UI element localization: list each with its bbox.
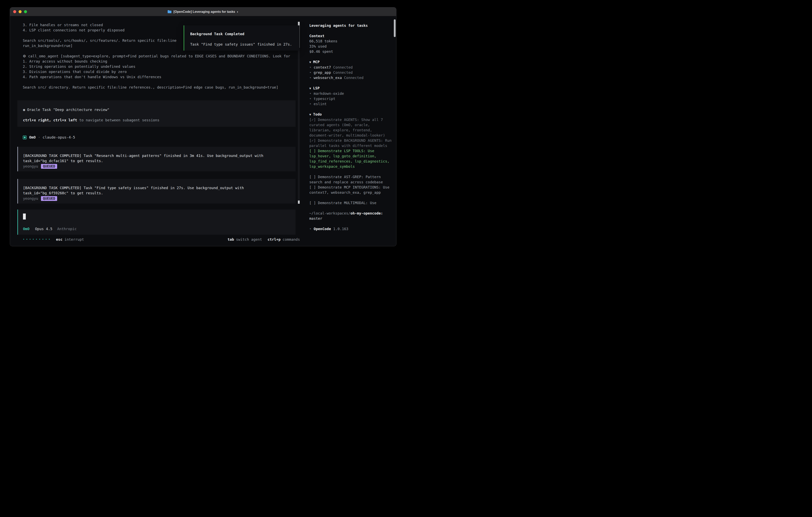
- minimize-button[interactable]: [19, 10, 22, 13]
- gear-icon: ⚙: [23, 54, 26, 58]
- input-agent-name: OmO: [23, 226, 30, 232]
- window-title: [OpenCode] Leveraging agents for tasks ◐: [168, 10, 239, 13]
- agent-name: OmO: [29, 135, 36, 140]
- lsp-item: • markdown-oxide: [309, 91, 392, 96]
- bullet-icon: •: [309, 65, 312, 70]
- chat-scrollbar-thumb-bottom[interactable]: [298, 200, 300, 204]
- message-text: [BACKGROUND TASK COMPLETED] Task "Resear…: [23, 153, 290, 158]
- workspace-branch: master: [309, 216, 322, 220]
- key-tab: tab: [228, 237, 234, 242]
- agent-model: claude-opus-4-5: [42, 135, 75, 140]
- session-title: Leveraging agents for tasks: [309, 23, 392, 28]
- tool-call-item: 4. Path operations that don't handle Win…: [18, 74, 295, 80]
- bullet-icon: •: [309, 101, 312, 107]
- shortcut-switch-agent: tab switch agent: [228, 237, 262, 242]
- mcp-item: • websearch_exa Connected: [309, 75, 392, 80]
- oracle-task-panel: ◉Oracle Task "Deep architecture review" …: [18, 100, 295, 127]
- mcp-status: Connected: [333, 70, 353, 75]
- todo-item: [✓] Demonstrate AGENTS: Show all 7 curat…: [309, 117, 392, 138]
- chevron-down-icon: ▼: [309, 60, 311, 64]
- window-title-text: [OpenCode] Leveraging agents for tasks: [173, 10, 235, 13]
- terminal-main: 3. File handles or streams not closed 4.…: [10, 16, 305, 246]
- input-meta: OmO Opus 4.5 Anthropic: [23, 226, 290, 232]
- message-text: task_id="bg_dcfac161" to get results.: [23, 158, 290, 164]
- mcp-status: Connected: [344, 75, 364, 80]
- context-spent: $0.46 spent: [309, 49, 392, 54]
- key-tab-label: switch agent: [236, 237, 262, 242]
- key-ctrl-p-label: commands: [283, 237, 300, 242]
- folder-icon: [168, 10, 172, 13]
- message-meta: yeongyu QUEUED: [23, 196, 290, 201]
- tool-call-item: 1. Array access without bounds checking: [18, 59, 295, 64]
- bullet-icon: •: [309, 226, 312, 232]
- todo-item: [ ] Demonstrate MULTIMODAL: Use: [309, 200, 392, 206]
- tool-call-header: ⚙ call_omo_agent [subagent_type=explore,…: [18, 54, 295, 59]
- todo-heading: Todo: [313, 112, 322, 116]
- text-cursor: [23, 214, 26, 219]
- background-task-notification: Background Task Completed Task "Find typ…: [184, 25, 299, 51]
- bullet-icon: •: [309, 96, 312, 101]
- separator: ·: [38, 135, 40, 140]
- mcp-name: websearch_exa: [314, 75, 342, 80]
- lsp-name: eslint: [314, 101, 327, 107]
- context-tokens: 66,518 tokens: [309, 38, 392, 44]
- notification-title: Background Task Completed: [190, 31, 293, 36]
- sidebar-scrollbar-thumb[interactable]: [394, 19, 396, 37]
- notification-body: Task "Find type safety issues" finished …: [190, 42, 293, 47]
- bullet-icon: •: [309, 75, 312, 80]
- tool-call-text: call_omo_agent [subagent_type=explore, p…: [28, 54, 290, 58]
- lsp-item: • typescript: [309, 96, 392, 101]
- key-esc: esc: [56, 237, 62, 242]
- hint-keys: ctrl+x right, ctrl+x left: [23, 118, 77, 122]
- chevron-down-icon: ▼: [309, 113, 311, 116]
- workspace-path: ~/local-workspaces/oh-my-opencode: maste…: [309, 211, 392, 221]
- context-used: 33% used: [309, 44, 392, 49]
- message-meta: yeongyu QUEUED: [23, 164, 290, 169]
- context-heading: Context: [309, 33, 392, 38]
- lsp-section-toggle[interactable]: ▼LSP: [309, 86, 392, 91]
- zoom-button[interactable]: [24, 10, 27, 13]
- lsp-name: typescript: [314, 96, 335, 101]
- input-provider-name: Anthropic: [57, 226, 77, 232]
- mcp-name: grep_app: [314, 70, 331, 75]
- message-author: yeongyu: [23, 196, 38, 201]
- todo-section-toggle[interactable]: ▼Todo: [309, 112, 392, 117]
- bullet-icon: •: [309, 91, 312, 96]
- input-model-name: Opus 4.5: [35, 226, 53, 232]
- omo-agent-icon: [23, 136, 27, 139]
- mcp-item: • grep_app Connected: [309, 70, 392, 75]
- tool-call-item: 3. Division operations that could divide…: [18, 69, 295, 74]
- key-esc-label: interrupt: [64, 237, 84, 242]
- prompt-input[interactable]: OmO Opus 4.5 Anthropic: [18, 210, 295, 235]
- fisheye-icon: ◉: [23, 108, 25, 112]
- todo-item: [ ] Demonstrate AST-GREP: Pattern search…: [309, 174, 392, 185]
- todo-item: [✓] Demonstrate BACKGROUND AGENTS: Run p…: [309, 138, 392, 148]
- lsp-heading: LSP: [313, 86, 320, 90]
- mcp-section-toggle[interactable]: ▼MCP: [309, 59, 392, 65]
- session-sidebar: Leveraging agents for tasks Context 66,5…: [305, 16, 396, 246]
- mcp-name: context7: [314, 65, 331, 70]
- message-text: [BACKGROUND TASK COMPLETED] Task "Find t…: [23, 185, 290, 191]
- todo-item: [ ] Demonstrate LSP TOOLS: Use lsp_hover…: [309, 148, 392, 169]
- queued-badge: QUEUED: [41, 196, 57, 201]
- lsp-item: • eslint: [309, 101, 392, 107]
- traffic-lights: [13, 7, 27, 16]
- chevron-down-icon: ▼: [309, 87, 311, 90]
- key-ctrl-p: ctrl+p: [267, 237, 281, 242]
- close-button[interactable]: [13, 10, 16, 13]
- hint-text: to navigate between subagent sessions: [77, 118, 160, 122]
- agent-header: OmO · claude-opus-4-5: [18, 135, 295, 140]
- mcp-item: • context7 Connected: [309, 65, 392, 70]
- session-indicator-icon: ◐: [237, 10, 239, 13]
- app-name: OpenCode: [314, 226, 331, 232]
- message-text: task_id="bg_6f59260c" to get results.: [23, 191, 290, 196]
- oracle-task-title-text: Oracle Task "Deep architecture review": [27, 108, 110, 112]
- tool-call-footer: Search src/ directory. Return specific f…: [18, 85, 295, 90]
- spinner-dots: •••••••••: [23, 238, 52, 241]
- todo-item: [ ] Demonstrate MCP INTEGRATIONS: Use co…: [309, 185, 392, 195]
- shortcut-commands: ctrl+p commands: [267, 237, 300, 242]
- app-version: 1.0.163: [333, 226, 348, 232]
- lsp-name: markdown-oxide: [314, 91, 344, 96]
- mcp-heading: MCP: [313, 60, 320, 64]
- user-message: [BACKGROUND TASK COMPLETED] Task "Resear…: [18, 147, 295, 171]
